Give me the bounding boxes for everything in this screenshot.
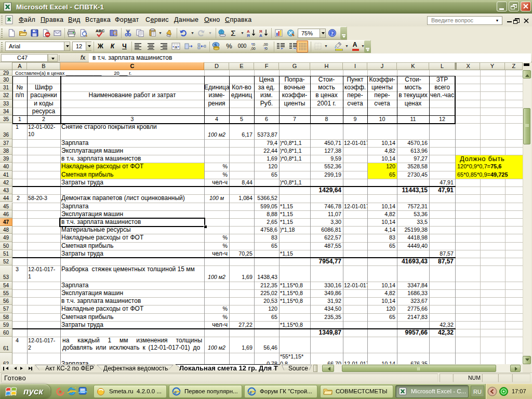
svg-text:Я: Я	[247, 33, 250, 37]
svg-text:,00: ,00	[250, 47, 256, 50]
svg-text:a: a	[175, 45, 177, 49]
svg-text:e: e	[175, 389, 177, 395]
svg-text:А: А	[259, 33, 262, 37]
svg-text:,00: ,00	[263, 43, 268, 46]
svg-text:,0: ,0	[264, 47, 268, 50]
svg-text:e: e	[250, 389, 252, 395]
svg-text:,0: ,0	[252, 43, 255, 46]
svg-text:ABC: ABC	[96, 29, 105, 33]
svg-text:?: ?	[331, 30, 334, 36]
